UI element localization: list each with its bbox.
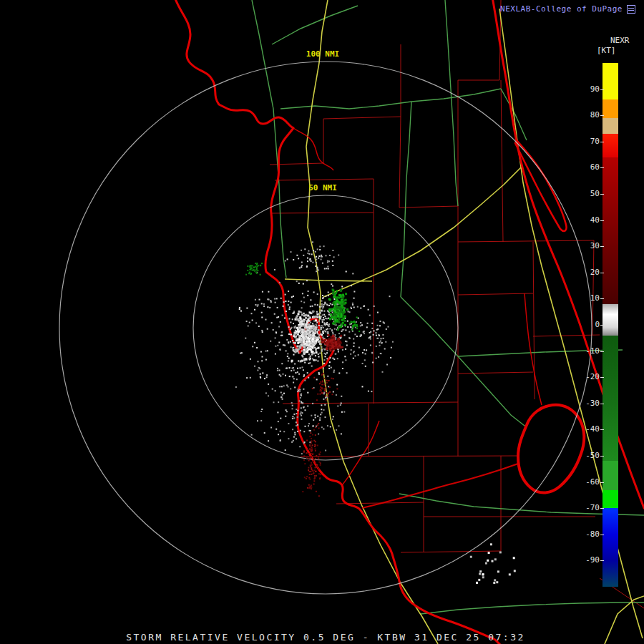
product-code-label: NEXR [610, 36, 630, 45]
range-ring-labels: 50 NMI100 NMI [306, 49, 339, 192]
echo-red-mid [312, 373, 338, 401]
range-ring-label: 50 NMI [308, 183, 337, 192]
range-ring [193, 195, 458, 460]
range-rings [59, 62, 592, 594]
colorbar-tick: 40 [568, 216, 600, 225]
colorbar-tick: 80 [568, 111, 600, 119]
echo-green-west [245, 263, 263, 275]
colorbar-tick: 10 [568, 294, 600, 303]
product-status-text: STORM RELATIVE VELOCITY 0.5 DEG - KTBW 3… [126, 632, 525, 643]
colorbar-tick: 30 [568, 242, 600, 250]
colorbar-tick: -60 [568, 478, 600, 487]
colorbar-tick: 70 [568, 137, 600, 146]
colorbar-tick: 60 [568, 163, 600, 172]
colorbar-tick: 90 [568, 85, 600, 94]
colorbar-tick: 50 [568, 190, 600, 198]
colorbar-tick: -70 [568, 504, 600, 512]
colorbar-tick: -90 [568, 556, 600, 565]
colorbar-tick: -80 [568, 530, 600, 539]
colorbar-tick: -20 [568, 373, 600, 381]
echo-far-se-gray [470, 543, 516, 584]
barrier-island [515, 140, 567, 231]
velocity-colorbar [602, 63, 618, 587]
colorbar-tick: 20 [568, 268, 600, 277]
radar-map: 50 NMI100 NMI [0, 0, 644, 644]
colorbar-tick: -50 [568, 452, 600, 460]
radar-viewport: 50 NMI100 NMI NEXLAB-College of DuPage N… [0, 0, 644, 644]
brand-text: NEXLAB-College of DuPage [500, 4, 623, 14]
legend-units-label: [KT] [597, 46, 616, 55]
echo-south-gray [257, 379, 342, 454]
brand: NEXLAB-College of DuPage [500, 4, 635, 14]
echo-green-main [328, 288, 348, 331]
echo-right-gray [345, 306, 394, 373]
colorbar-tick: -10 [568, 347, 600, 356]
range-ring [59, 62, 592, 594]
colorbar-tick: 0 [568, 321, 600, 329]
radar-echoes [235, 241, 516, 584]
brand-logo-icon [627, 5, 635, 14]
range-ring-label: 100 NMI [306, 49, 339, 59]
colorbar-tick: -40 [568, 425, 600, 434]
colorbar-tick: -30 [568, 399, 600, 408]
